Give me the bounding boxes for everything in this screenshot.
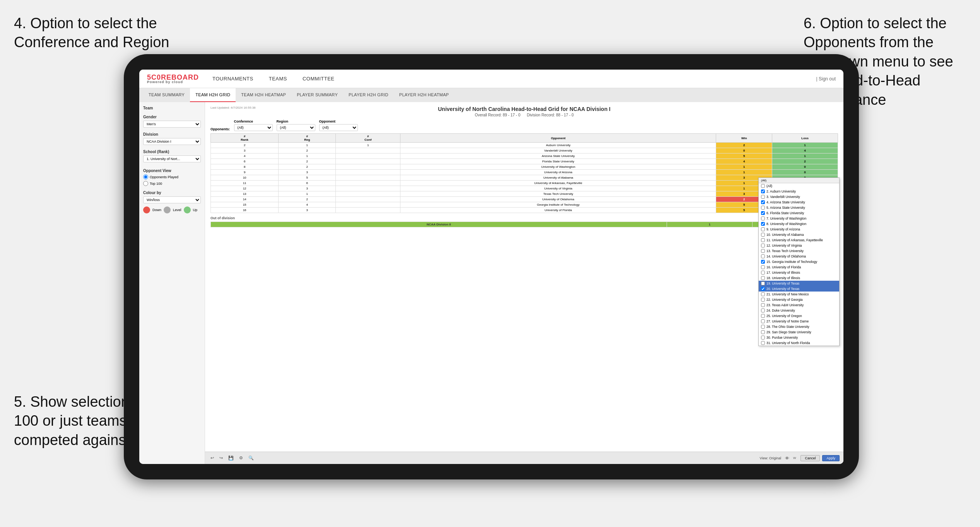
toolbar-zoom[interactable]: 🔍 — [247, 455, 255, 461]
division-label: Division — [143, 132, 201, 136]
dropdown-item[interactable]: 6. Florida State University — [759, 210, 839, 216]
dropdown-item[interactable]: 8. University of Washington — [759, 221, 839, 227]
dropdown-item[interactable]: 14. University of Oklahoma — [759, 254, 839, 259]
toolbar-settings[interactable]: ⚙ — [238, 455, 245, 461]
filter-region: Region (All) — [277, 119, 315, 131]
dropdown-item[interactable]: 5. Arizona State University — [759, 205, 839, 210]
nav-teams[interactable]: TEAMS — [267, 76, 289, 82]
toolbar-undo[interactable]: ↩ — [209, 455, 215, 461]
table-row: 8 2 University of Washington 1 0 — [211, 164, 838, 170]
region-select[interactable]: (All) — [277, 124, 315, 131]
dropdown-item[interactable]: 15. Georgia Institute of Technology — [759, 259, 839, 264]
dropdown-item[interactable]: 23. Texas A&M University — [759, 302, 839, 308]
out-div-win: 1 — [667, 222, 753, 227]
cell-reg: 3 — [279, 186, 336, 191]
cell-rank: 15 — [211, 202, 279, 208]
dropdown-item[interactable]: 10. University of Alabama — [759, 232, 839, 237]
nav-tournaments[interactable]: TOURNAMENTS — [210, 76, 255, 82]
radio-opponents-played[interactable]: Opponents Played — [143, 174, 201, 179]
filter-opponent: Opponent (All) — [319, 119, 358, 131]
dropdown-item[interactable]: 19. University of Texas — [759, 281, 839, 286]
tab-team-h2h-heatmap[interactable]: TEAM H2H HEATMAP — [236, 88, 291, 102]
tab-team-summary[interactable]: TEAM SUMMARY — [143, 88, 190, 102]
cell-conf — [336, 208, 400, 213]
colour-select[interactable]: Win/loss — [143, 196, 201, 203]
dropdown-item[interactable]: 13. Texas Tech University — [759, 248, 839, 254]
cell-loss: 0 — [772, 170, 838, 175]
dropdown-item[interactable]: 4. Arizona State University — [759, 200, 839, 205]
cell-opponent: Vanderbilt University — [400, 148, 716, 153]
nav-committee[interactable]: COMMITTEE — [301, 76, 337, 82]
dropdown-item[interactable]: 9. University of Arizona — [759, 227, 839, 232]
cell-rank: 8 — [211, 164, 279, 170]
opponent-select[interactable]: (All) — [319, 124, 358, 131]
dropdown-item[interactable]: 20. University of Texas — [759, 286, 839, 292]
cell-loss: 2 — [772, 159, 838, 164]
nav-signout[interactable]: | Sign out — [816, 76, 836, 82]
legend-level-icon — [164, 206, 171, 213]
cell-rank: 13 — [211, 191, 279, 197]
cell-conf — [336, 175, 400, 181]
dropdown-item[interactable]: 3. Vanderbilt University — [759, 194, 839, 200]
tab-team-h2h-grid[interactable]: TEAM H2H GRID — [190, 88, 236, 102]
dropdown-item[interactable]: 28. The Ohio State University — [759, 324, 839, 329]
action-buttons: Cancel Apply — [800, 455, 840, 461]
annotation-1-text: 4. Option to select the Conference and R… — [14, 15, 169, 50]
toolbar-eye[interactable]: 👁 — [783, 455, 791, 461]
radio-top100[interactable]: Top 100 — [143, 181, 201, 186]
cell-conf — [336, 186, 400, 191]
toolbar-save[interactable]: 💾 — [227, 455, 235, 461]
conference-select[interactable]: (All) — [234, 124, 273, 131]
dropdown-item[interactable]: 12. University of Virginia — [759, 243, 839, 248]
cell-conf — [336, 148, 400, 153]
col-loss: Loss — [772, 134, 838, 143]
dropdown-header: (All) — [759, 178, 839, 183]
toolbar-redo[interactable]: ↪ — [218, 455, 224, 461]
out-division-table: NCAA Division II 1 0 — [210, 222, 838, 227]
dropdown-item[interactable]: 24. Duke University — [759, 308, 839, 313]
gender-select[interactable]: Men's — [143, 121, 201, 128]
dropdown-item[interactable]: 7. University of Washington — [759, 216, 839, 221]
grid-header: University of North Carolina Head-to-Hea… — [210, 106, 838, 117]
dropdown-item[interactable]: 31. University of North Florida — [759, 340, 839, 346]
dropdown-item[interactable]: 2. Auburn University — [759, 189, 839, 194]
cell-win: 5 — [716, 153, 772, 159]
dropdown-item[interactable]: 11. University of Arkansas, Fayetteville — [759, 237, 839, 243]
cell-opponent: Auburn University — [400, 143, 716, 148]
division-select[interactable]: NCAA Division I — [143, 138, 201, 145]
tab-player-h2h-grid[interactable]: PLAYER H2H GRID — [343, 88, 394, 102]
dropdown-item[interactable]: 30. Purdue University — [759, 335, 839, 340]
opponent-dropdown[interactable]: (All) (All) 2. Auburn University 3. Vand… — [758, 177, 840, 346]
dropdown-item[interactable]: 16. University of Florida — [759, 264, 839, 270]
dropdown-item[interactable]: 17. University of Illinois — [759, 270, 839, 275]
dropdown-item[interactable]: 21. University of New Mexico — [759, 292, 839, 297]
cell-rank: 3 — [211, 148, 279, 153]
dropdown-item[interactable]: 27. University of Notre Dame — [759, 319, 839, 324]
cell-rank: 9 — [211, 170, 279, 175]
dropdown-item[interactable]: 18. University of Illinois — [759, 275, 839, 281]
school-select[interactable]: 1. University of Nort... — [143, 155, 201, 162]
col-reg: #Reg — [279, 134, 336, 143]
cell-opponent: University of Arkansas, Fayetteville — [400, 181, 716, 186]
cell-opponent: Texas Tech University — [400, 191, 716, 197]
dropdown-item[interactable]: (All) — [759, 183, 839, 189]
team-label: Team — [143, 106, 201, 110]
tab-player-h2h-heatmap[interactable]: PLAYER H2H HEATMAP — [394, 88, 454, 102]
cell-opponent: University of Washington — [400, 164, 716, 170]
filter-conference: Conference (All) — [234, 119, 273, 131]
dropdown-item[interactable]: 25. University of Oregon — [759, 313, 839, 319]
apply-button[interactable]: Apply — [822, 455, 840, 461]
table-row: 14 2 University of Oklahoma 2 0 — [211, 197, 838, 202]
filter-opponents: Opponents: — [210, 127, 230, 131]
cell-conf — [336, 159, 400, 164]
table-row: 12 3 University of Virginia 1 0 — [211, 186, 838, 191]
grid-title: University of North Carolina Head-to-Hea… — [210, 106, 838, 112]
cell-reg: 2 — [279, 148, 336, 153]
nav-menu: TOURNAMENTS TEAMS COMMITTEE — [210, 76, 816, 82]
dropdown-item[interactable]: 22. University of Georgia — [759, 297, 839, 302]
cancel-button[interactable]: Cancel — [800, 455, 820, 461]
table-row: 3 2 Vanderbilt University 0 4 — [211, 148, 838, 153]
tab-player-summary[interactable]: PLAYER SUMMARY — [291, 88, 343, 102]
app-logo: 5C0REBOARD Powered by cloud — [147, 73, 199, 84]
dropdown-item[interactable]: 29. San Diego State University — [759, 329, 839, 335]
